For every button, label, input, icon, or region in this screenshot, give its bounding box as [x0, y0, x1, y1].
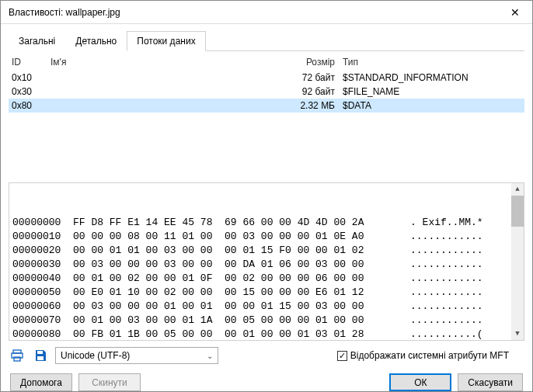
hex-line: 0000007000 01 00 03 00 00 01 1A 00 05 00… [12, 314, 521, 328]
mft-checkbox-label: Відображати системні атрибути MFT [350, 350, 509, 361]
checkbox-icon: ✓ [337, 351, 347, 361]
hex-bytes: 00 01 00 03 00 00 01 1A 00 05 00 00 00 0… [73, 314, 399, 328]
tab-streams[interactable]: Потоки даних [127, 31, 205, 51]
hex-addr: 00000020 [12, 244, 73, 258]
hex-line: 00000000FF D8 FF E1 14 EE 45 78 69 66 00… [12, 216, 521, 230]
help-button[interactable]: Допомога [10, 373, 72, 391]
reset-button: Скинути [78, 373, 141, 391]
hex-bytes: 00 03 00 00 00 03 00 00 00 DA 01 06 00 0… [73, 258, 399, 272]
table-row[interactable]: 0x802.32 МБ$DATA [9, 99, 524, 113]
hex-line: 0000008000 FB 01 1B 00 05 00 00 00 01 00… [12, 328, 521, 341]
cell-type: $STANDARD_INFORMATION [343, 72, 521, 83]
footer-toolbar: Unicode (UTF-8) ⌄ ✓ Відображати системні… [9, 347, 524, 364]
hex-bytes: 00 00 00 08 00 11 01 00 00 03 00 00 00 0… [73, 230, 399, 244]
scroll-down-icon[interactable]: ▼ [511, 328, 524, 340]
col-header-name[interactable]: Ім'я [51, 57, 296, 68]
hex-bytes: 00 E0 01 10 00 02 00 00 00 15 00 00 00 E… [73, 286, 399, 300]
hex-addr: 00000050 [12, 286, 73, 300]
chevron-down-icon: ⌄ [207, 352, 213, 360]
cell-name [51, 86, 296, 97]
encoding-value: Unicode (UTF-8) [61, 350, 130, 361]
hex-addr: 00000070 [12, 314, 73, 328]
hex-ascii: ............ [399, 230, 521, 244]
table-row[interactable]: 0x1072 байт$STANDARD_INFORMATION [9, 71, 524, 85]
hex-line: 0000003000 03 00 00 00 03 00 00 00 DA 01… [12, 258, 521, 272]
col-header-id[interactable]: ID [12, 57, 51, 68]
hex-ascii: ............ [399, 300, 521, 314]
save-button[interactable] [32, 347, 49, 364]
cell-type: $FILE_NAME [343, 86, 521, 97]
scroll-up-icon[interactable]: ▲ [511, 183, 524, 196]
cell-size: 92 байт [296, 86, 343, 97]
table-header: ID Ім'я Розмір Тип [9, 53, 524, 71]
cancel-button[interactable]: Скасувати [458, 373, 523, 391]
hex-line: 0000005000 E0 01 10 00 02 00 00 00 15 00… [12, 286, 521, 300]
hex-ascii: ............ [399, 272, 521, 286]
svg-rect-3 [37, 351, 43, 354]
print-button[interactable] [9, 347, 26, 364]
dialog-buttons: Допомога Скинути ОК Скасувати [9, 373, 524, 391]
hex-ascii: ............ [399, 258, 521, 272]
hex-line: 0000001000 00 00 08 00 11 01 00 00 03 00… [12, 230, 521, 244]
hex-bytes: 00 FB 01 1B 00 05 00 00 00 01 00 00 01 0… [73, 328, 399, 341]
cell-name [51, 100, 296, 111]
close-icon: ✕ [510, 6, 520, 19]
scroll-thumb[interactable] [511, 196, 524, 227]
tab-general[interactable]: Загальні [9, 31, 65, 51]
hex-ascii: ............ [399, 244, 521, 258]
hex-addr: 00000040 [12, 272, 73, 286]
hex-line: 0000004000 01 00 02 00 00 01 0F 00 02 00… [12, 272, 521, 286]
hex-line: 0000006000 03 00 00 00 01 00 01 00 00 01… [12, 300, 521, 314]
hex-addr: 00000080 [12, 328, 73, 341]
hex-addr: 00000000 [12, 216, 73, 230]
window-title: Властивості: wallpaper.jpg [9, 7, 497, 18]
hex-viewer: 00000000FF D8 FF E1 14 EE 45 78 69 66 00… [9, 182, 524, 341]
cell-size: 2.32 МБ [296, 100, 343, 111]
hex-ascii: ............ [399, 314, 521, 328]
svg-rect-4 [37, 356, 44, 360]
hex-ascii: . Exif..MM.* [399, 216, 521, 230]
scrollbar[interactable]: ▲ ▼ [511, 183, 524, 340]
hex-bytes: 00 01 00 02 00 00 01 0F 00 02 00 00 00 0… [73, 272, 399, 286]
tab-details[interactable]: Детально [65, 31, 127, 51]
ok-button[interactable]: ОК [389, 373, 451, 391]
hex-ascii: ...........( [399, 328, 521, 341]
cell-id: 0x10 [12, 72, 51, 83]
hex-bytes: 00 00 01 01 00 03 00 00 00 01 15 F0 00 0… [73, 244, 399, 258]
hex-addr: 00000030 [12, 258, 73, 272]
hex-addr: 00000010 [12, 230, 73, 244]
cell-size: 72 байт [296, 72, 343, 83]
table-row[interactable]: 0x3092 байт$FILE_NAME [9, 85, 524, 99]
cell-name [51, 72, 296, 83]
hex-line: 0000002000 00 01 01 00 03 00 00 00 01 15… [12, 244, 521, 258]
titlebar: Властивості: wallpaper.jpg ✕ [1, 1, 532, 24]
hex-bytes: FF D8 FF E1 14 EE 45 78 69 66 00 00 4D 4… [73, 216, 399, 230]
tab-bar: Загальні Детально Потоки даних [9, 30, 524, 51]
cell-id: 0x80 [12, 100, 51, 111]
hex-bytes: 00 03 00 00 00 01 00 01 00 00 01 15 00 0… [73, 300, 399, 314]
encoding-select[interactable]: Unicode (UTF-8) ⌄ [55, 347, 218, 364]
close-button[interactable]: ✕ [497, 1, 532, 24]
hex-addr: 00000060 [12, 300, 73, 314]
cell-id: 0x30 [12, 86, 51, 97]
save-icon [33, 349, 47, 363]
hex-ascii: ............ [399, 286, 521, 300]
col-header-size[interactable]: Розмір [296, 57, 343, 68]
print-icon [10, 349, 24, 363]
col-header-type[interactable]: Тип [343, 57, 521, 68]
mft-checkbox[interactable]: ✓ Відображати системні атрибути MFT [337, 350, 509, 361]
cell-type: $DATA [343, 100, 521, 111]
attribute-table: ID Ім'я Розмір Тип 0x1072 байт$STANDARD_… [9, 53, 524, 113]
